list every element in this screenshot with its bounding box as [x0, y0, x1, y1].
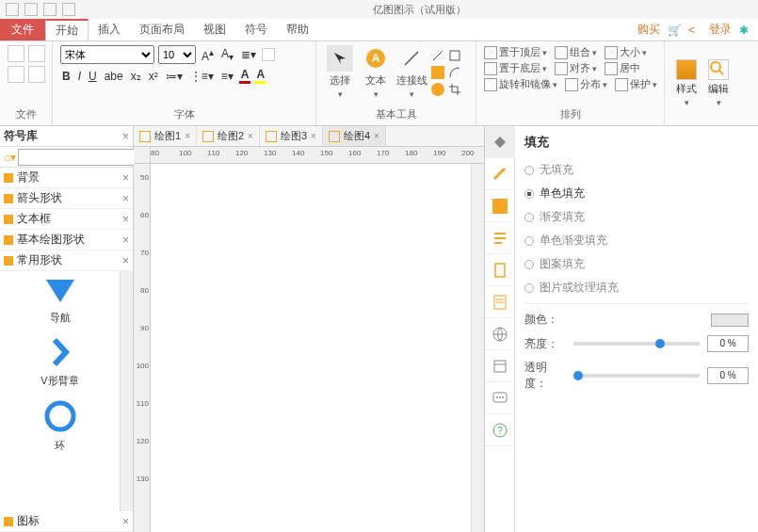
tab-drawing2[interactable]: 绘图2× — [197, 126, 260, 146]
category-icons[interactable]: 图标× — [0, 511, 133, 532]
login-link[interactable]: 登录 — [709, 22, 732, 38]
symlib-close-icon[interactable]: × — [122, 130, 129, 143]
send-back-button[interactable]: 置于底层▾ — [484, 61, 547, 75]
color-swatch[interactable] — [711, 314, 749, 327]
edit-button[interactable]: 编辑▾ — [704, 45, 733, 121]
symbol-nav[interactable]: 导航 — [0, 271, 120, 330]
protect-button[interactable]: 保护▾ — [615, 77, 657, 91]
fill-rect-icon[interactable] — [431, 66, 444, 79]
menu-insert[interactable]: 插入 — [89, 19, 130, 40]
brightness-value[interactable]: 0 % — [707, 335, 749, 352]
fill-option-gradient[interactable]: 渐变填充 — [524, 209, 749, 225]
font-grow-icon[interactable]: A▴ — [200, 47, 216, 63]
copy-icon[interactable] — [8, 66, 24, 83]
menu-symbols[interactable]: 符号 — [235, 19, 277, 40]
tab-drawing4[interactable]: 绘图4× — [323, 126, 386, 146]
brightness-slider[interactable] — [573, 342, 700, 346]
line-spacing-icon[interactable]: ≣▾ — [239, 48, 258, 61]
font-shrink-icon[interactable]: A▾ — [219, 47, 235, 62]
prop-tab-layers[interactable] — [485, 350, 515, 382]
font-size-select[interactable]: 10 — [158, 45, 196, 64]
prop-tab-page[interactable] — [485, 254, 515, 286]
share-icon[interactable]: < — [688, 24, 702, 37]
ruler-horizontal[interactable]: 80 100 110 120 130 140 150 160 170 180 1… — [151, 147, 484, 164]
highlight-icon[interactable]: A — [254, 68, 266, 84]
ruler-vertical[interactable]: 50 60 70 80 90 100 110 120 130 — [134, 164, 151, 532]
prop-tab-help[interactable]: ? — [485, 414, 515, 446]
category-background[interactable]: 背景× — [0, 168, 133, 188]
fill-option-none[interactable]: 无填充 — [524, 162, 749, 178]
bold-button[interactable]: B — [60, 70, 73, 83]
align-icon[interactable]: ≡▾ — [219, 70, 235, 83]
connector-tool[interactable]: 连接线 ▾ — [395, 45, 427, 105]
close-icon[interactable]: × — [122, 254, 129, 267]
prop-tab-doc[interactable] — [485, 286, 515, 318]
qat-redo-icon[interactable] — [43, 3, 56, 16]
prop-tab-fill[interactable] — [485, 126, 515, 158]
buy-link[interactable]: 购买 — [637, 22, 660, 38]
subscript-button[interactable]: x₂ — [129, 70, 143, 83]
menu-file[interactable]: 文件 — [0, 19, 45, 40]
prop-tab-web[interactable] — [485, 318, 515, 350]
fill-circle-icon[interactable] — [431, 83, 444, 96]
category-common-shapes[interactable]: 常用形状× — [0, 250, 133, 271]
rotate-button[interactable]: 旋转和镜像▾ — [484, 77, 557, 91]
home-icon[interactable]: ⌂▾ — [4, 151, 16, 164]
font-family-select[interactable]: 宋体 — [60, 45, 154, 64]
fill-option-picture[interactable]: 图片或纹理填充 — [524, 280, 749, 296]
prop-tab-shape[interactable] — [485, 190, 515, 222]
bring-front-button[interactable]: 置于顶层▾ — [484, 45, 547, 59]
close-icon[interactable]: × — [185, 131, 190, 141]
cut-icon[interactable] — [28, 66, 45, 83]
drawing-canvas[interactable] — [151, 164, 471, 532]
close-icon[interactable]: × — [311, 131, 316, 141]
symbol-ring[interactable]: 环 — [0, 394, 120, 459]
arc-shape-icon[interactable] — [448, 66, 461, 79]
fill-option-pattern[interactable]: 图案填充 — [524, 256, 749, 272]
canvas-scrollbar[interactable] — [471, 164, 484, 532]
size-button[interactable]: 大小▾ — [605, 45, 647, 59]
crop-icon[interactable] — [448, 83, 461, 96]
menu-view[interactable]: 视图 — [194, 19, 235, 40]
bullets-icon[interactable]: ≔▾ — [164, 70, 185, 83]
tab-drawing3[interactable]: 绘图3× — [260, 126, 323, 146]
close-icon[interactable]: × — [122, 515, 129, 528]
style-button[interactable]: 样式▾ — [672, 45, 701, 121]
underline-button[interactable]: U — [87, 70, 99, 83]
rect-shape-icon[interactable] — [448, 49, 461, 62]
paste-icon[interactable] — [8, 45, 24, 62]
close-icon[interactable]: × — [122, 234, 129, 247]
text-tool[interactable]: A 文本 ▾ — [360, 45, 392, 105]
fill-option-solid[interactable]: 单色填充 — [524, 185, 749, 202]
line-shape-icon[interactable] — [431, 49, 444, 62]
prop-tab-text[interactable] — [485, 222, 515, 254]
center-button[interactable]: 居中 — [605, 61, 640, 75]
superscript-button[interactable]: x² — [147, 70, 160, 83]
close-icon[interactable]: × — [248, 131, 253, 141]
prop-tab-line[interactable] — [485, 158, 515, 190]
qat-print-icon[interactable] — [62, 3, 75, 16]
prop-tab-comment[interactable] — [485, 382, 515, 414]
close-icon[interactable]: × — [122, 171, 129, 185]
font-more-icon[interactable] — [262, 48, 275, 61]
close-icon[interactable]: × — [374, 131, 379, 141]
category-basic-drawing[interactable]: 基本绘图形状× — [0, 230, 133, 250]
menu-start[interactable]: 开始 — [45, 19, 89, 40]
align-button[interactable]: 对齐▾ — [555, 61, 597, 75]
opacity-slider[interactable] — [573, 374, 700, 378]
distribute-button[interactable]: 分布▾ — [565, 77, 607, 91]
symbol-list[interactable]: 导航 V形臂章 环 — [0, 271, 120, 511]
strike-button[interactable]: abe — [103, 70, 125, 83]
close-icon[interactable]: × — [122, 192, 129, 205]
italic-button[interactable]: I — [76, 70, 83, 83]
fill-option-mono-gradient[interactable]: 单色渐变填充 — [524, 233, 749, 249]
close-icon[interactable]: × — [122, 213, 129, 226]
font-color-icon[interactable]: A — [239, 68, 251, 84]
select-tool[interactable]: 选择 ▾ — [324, 45, 356, 105]
tab-drawing1[interactable]: 绘图1× — [134, 126, 197, 146]
category-textbox[interactable]: 文本框× — [0, 209, 133, 230]
menu-help[interactable]: 帮助 — [277, 19, 318, 40]
menu-page-layout[interactable]: 页面布局 — [130, 19, 194, 40]
symlib-scrollbar[interactable] — [120, 271, 133, 511]
brush-icon[interactable] — [28, 45, 45, 62]
